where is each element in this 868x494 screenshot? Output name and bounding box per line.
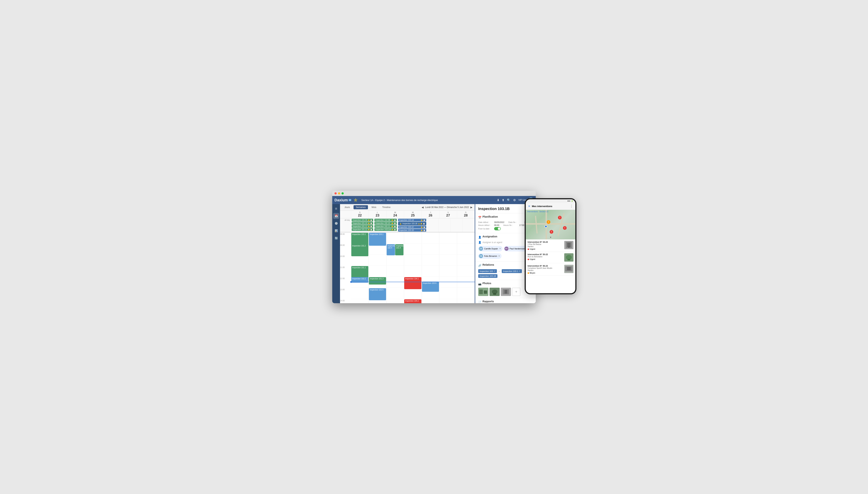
time-label-8: 08:00 (340, 232, 351, 244)
mobile-back-btn[interactable]: ✕ (528, 205, 530, 208)
sidebar-calendar-icon[interactable]: 📅 (333, 213, 339, 219)
relation-2[interactable]: Inspection 103.1B (478, 274, 497, 278)
time-cell-8-4 (422, 232, 439, 244)
mobile-more-btn[interactable]: ⋮ (570, 204, 573, 208)
event-103-1c[interactable]: Inspection 103.1C 🔔 📋 (398, 226, 426, 229)
toggle-track[interactable] (494, 227, 501, 230)
event-101-11[interactable]: Inspection 101.11 🔔 📋 (352, 225, 373, 228)
time-cell-10-5 (439, 254, 457, 266)
assignee-0-remove[interactable]: ✕ (499, 247, 501, 250)
event-102-5[interactable]: Inspection 102.5 (369, 288, 386, 300)
tab-mois[interactable]: Mois (369, 205, 378, 209)
sidebar-chart-icon[interactable]: 📊 (333, 228, 339, 234)
assignee-0[interactable]: CD Camille Dupain ✕ (478, 246, 502, 251)
intervention-35-22-info: Intervention N° 35-22 Rue du Belvédère U… (528, 253, 563, 260)
heure-debut-value: 09:00 (494, 224, 499, 226)
sidebar-clock-icon[interactable]: 🕐 (333, 221, 339, 226)
decorative-icon: ⭐ (353, 198, 357, 202)
app-title: Secteur 1A - Equipe 2 - Maintenance des … (361, 199, 495, 202)
cal-toolbar: Jours Semaines Mois Timeline ◀ Lundi 30 … (340, 204, 475, 211)
event-102-9b[interactable]: Inspection 102.9B 🔔 📋 (374, 219, 396, 222)
upload-icon[interactable]: ⬆ (502, 198, 504, 202)
intervention-35-22[interactable]: Intervention N° 35-22 Rue du Belvédère U… (526, 252, 575, 263)
prev-period-btn[interactable]: ◀ (422, 206, 424, 209)
map-marker-orange[interactable]: ! (547, 220, 550, 224)
photo-1[interactable] (490, 288, 500, 296)
battery-icon: 🔋 (571, 200, 573, 202)
time-cell-9-3 (404, 244, 422, 254)
time-cell-13-2 (386, 288, 404, 299)
assignee-2-remove[interactable]: ✕ (498, 255, 500, 258)
relation-0[interactable]: Inspection 103 ✓ (478, 269, 497, 273)
event-10211a[interactable]: Inspection 10211A 🔔 📋 (374, 228, 396, 231)
map-marker-red-3[interactable]: ! (550, 230, 553, 234)
relation-1[interactable]: Inspection 103.1 ✓ (502, 269, 522, 273)
time-cell-14-3: Inspection 104.2 (404, 299, 422, 303)
event-103-1a[interactable]: Inspection 103.1A 🔔 📋 (398, 219, 426, 222)
intervention-34-22-priority: Urgent (528, 248, 563, 250)
photo-add-btn[interactable]: + (512, 288, 520, 296)
tab-jours[interactable]: Jours (342, 205, 352, 209)
time-cell-12-1: Inspection 101.3 (369, 277, 386, 288)
intervention-36-22[interactable]: Intervention N° 36-22 Complexe Sportif J… (526, 263, 575, 276)
all-day-cell-3 (427, 218, 439, 232)
intervention-35-22-address: Rue du Belvédère (528, 256, 563, 258)
filter-icon[interactable]: 🔍 (507, 198, 511, 202)
intervention-34-22[interactable]: Intervention N° 34-22 2 Rue Bd Balzac Na… (526, 240, 575, 252)
time-cell-12-0: Inspection 102.2 (351, 277, 369, 288)
map-marker-current[interactable] (544, 225, 547, 228)
map-marker-red-1[interactable]: ! (558, 216, 562, 220)
all-day-cell-4 (439, 218, 451, 232)
event-103-1d[interactable]: Inspection 103.1D 🔔 📋 (398, 229, 426, 232)
map-collapse-btn[interactable]: ▾ (526, 236, 575, 239)
priority-dot-urgent-0 (528, 248, 529, 250)
sidebar-grid-icon[interactable]: ⊞ (333, 206, 339, 211)
time-cell-14-6 (457, 299, 475, 303)
event-102-4[interactable]: Inspection 102.4 (387, 244, 395, 255)
event-102-11[interactable]: Inspection 102.11 🔔 📋 (374, 225, 396, 228)
time-cell-8-5 (439, 232, 457, 244)
mobile-map[interactable]: ! ! ! ! Interventions · Secteur 22 ▾ (526, 210, 575, 240)
time-cell-11-4 (422, 266, 439, 277)
intervention-34-22-city: Nantes (528, 246, 563, 248)
time-cell-10-2 (386, 254, 404, 266)
tab-semaines[interactable]: Semaines (353, 205, 368, 209)
event-101-12[interactable]: Inspection 101.12 🔔 📋 (352, 228, 373, 231)
tab-timeline[interactable]: Timeline (380, 205, 393, 209)
assign-placeholder: Assigner à un agent (482, 241, 502, 244)
map-marker-red-2[interactable]: ! (563, 226, 567, 230)
event-101-4[interactable]: Inspection 101.4 (395, 244, 404, 255)
time-row-9: 09:00 Inspection 101.2 Inspection 102.4 … (340, 244, 475, 254)
event-104-1[interactable]: Inspection 104.1 (404, 277, 421, 289)
event-101-09[interactable]: Inspection 101.09 🔔 📋 (352, 219, 373, 222)
close-btn[interactable] (334, 192, 337, 194)
time-label-10: 10:00 (340, 254, 351, 266)
download-icon[interactable]: ⬇ (497, 198, 499, 202)
day-label-0: S (352, 211, 367, 213)
event-104-2[interactable]: Inspection 104.2 (404, 299, 421, 303)
event-102-10[interactable]: Inspection 102.10 🔔 📋 (374, 222, 396, 225)
maximize-btn[interactable] (341, 192, 344, 194)
intervention-34-22-info: Intervention N° 34-22 2 Rue Bd Balzac Na… (528, 241, 563, 250)
sidebar-sync-icon[interactable]: 🔄 (333, 235, 339, 241)
mac-titlebar (332, 191, 536, 196)
event-101-3[interactable]: Inspection 101.3 (369, 277, 386, 285)
fixer-toggle[interactable] (494, 227, 501, 230)
section-rapports-header: 📄 Rapports (478, 300, 533, 303)
next-period-btn[interactable]: ▶ (470, 206, 473, 209)
event-101-10[interactable]: Inspection 101.10 🔔 📋 (352, 222, 373, 225)
heure-debut-label: Heure début : (478, 224, 493, 226)
event-103-1b[interactable]: 🔒 Inspection 103.1B 🔒 🔔 📋 (398, 222, 426, 225)
time-header (340, 211, 351, 218)
section-assign-title: Assignation (482, 235, 497, 238)
current-time-dot (350, 281, 352, 283)
calendar-section-icon: 📅 (478, 216, 481, 219)
photo-2[interactable] (501, 288, 511, 296)
assignee-2[interactable]: FB Felix Birnamm ✕ (478, 253, 501, 259)
map-road-h (526, 223, 575, 225)
settings-icon[interactable]: ⚙ (513, 198, 516, 202)
minimize-btn[interactable] (338, 192, 340, 194)
mobile-header: ✕ Mes interventions ⋮ (526, 203, 575, 210)
app-logo: Daxium AI (334, 198, 351, 202)
photo-0[interactable] (478, 288, 488, 296)
